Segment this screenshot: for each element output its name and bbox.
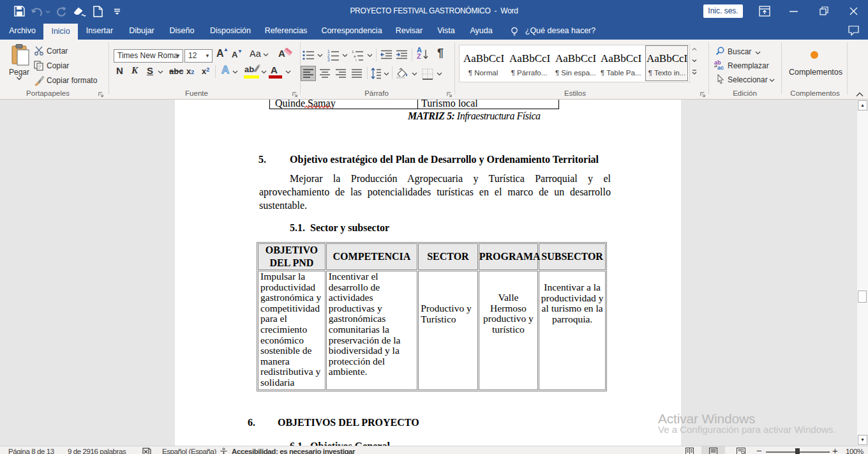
svg-text:a: a bbox=[354, 54, 356, 58]
svg-text:1: 1 bbox=[352, 50, 354, 54]
svg-text:3: 3 bbox=[327, 57, 330, 61]
svg-text:i: i bbox=[355, 58, 356, 61]
svg-text:ac: ac bbox=[717, 64, 724, 70]
